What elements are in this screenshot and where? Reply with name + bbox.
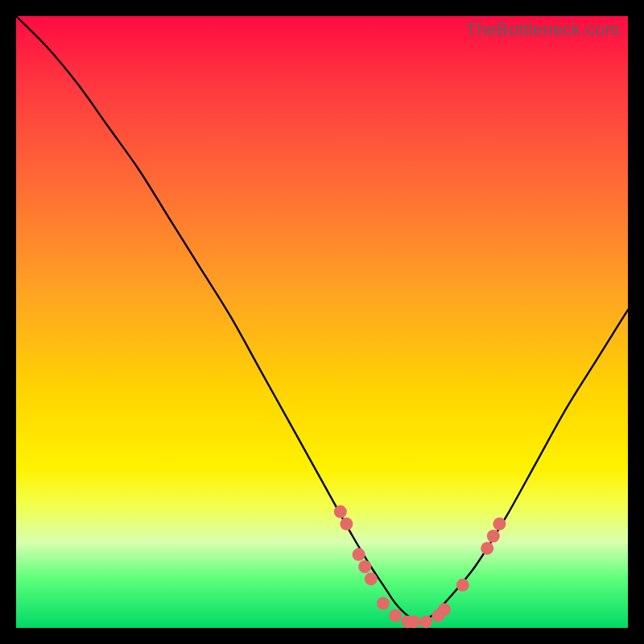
highlight-dot bbox=[334, 506, 347, 518]
chart-svg bbox=[16, 16, 628, 628]
gradient-plot-area: TheBottleneck.com bbox=[16, 16, 628, 628]
highlight-dot bbox=[340, 518, 353, 530]
highlight-dot bbox=[358, 560, 371, 573]
highlight-dot bbox=[481, 542, 493, 555]
highlight-dots-group bbox=[334, 506, 506, 629]
highlight-dot bbox=[419, 615, 432, 628]
highlight-dot bbox=[365, 572, 378, 585]
highlight-dot bbox=[493, 518, 506, 530]
highlight-dot bbox=[389, 609, 402, 622]
bottleneck-curve bbox=[16, 16, 628, 621]
highlight-dot bbox=[407, 615, 420, 628]
highlight-dot bbox=[377, 597, 390, 610]
highlight-dot bbox=[456, 579, 469, 592]
highlight-dot bbox=[438, 603, 451, 616]
highlight-dot bbox=[487, 530, 500, 543]
highlight-dot bbox=[353, 548, 365, 561]
